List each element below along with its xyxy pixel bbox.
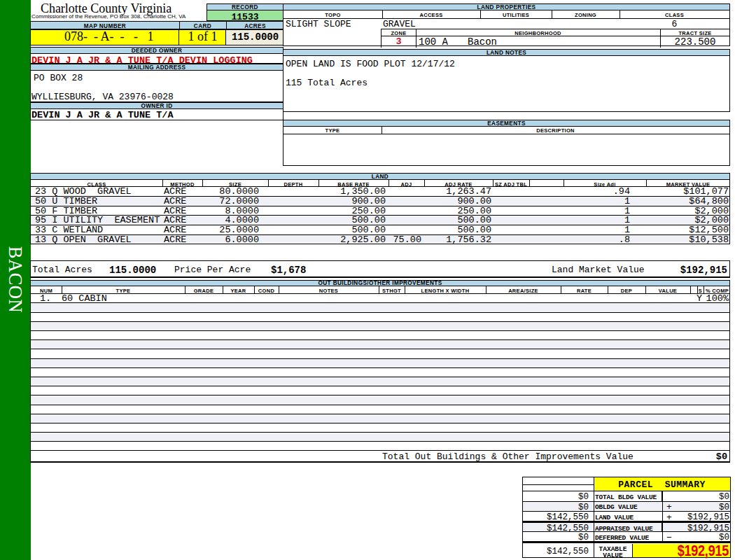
column-divider: [424, 180, 425, 186]
ps-label: DEFERRED VALUE: [595, 534, 649, 542]
out-building-empty-row: [31, 414, 729, 424]
column-divider: [202, 180, 203, 186]
mailing-address-line1: PO BOX 28: [34, 73, 83, 83]
row-divider: [523, 484, 594, 485]
card-label: CARD: [179, 23, 226, 29]
column-divider: [162, 180, 163, 186]
zone-label: ZONE: [382, 30, 416, 36]
land-method: ACRE: [164, 235, 186, 244]
column-divider: [178, 30, 179, 45]
ob-pct-comp: 100%: [704, 294, 729, 303]
out-building-empty-row: [31, 424, 729, 433]
total-acres-label: Total Acres: [32, 265, 92, 275]
column-divider: [594, 477, 594, 557]
ps-label: OBLDG VALUE: [595, 503, 638, 511]
land-row: 13 Q OPEN GRAVEL ACRE 6.0000 2,925.00 75…: [31, 235, 729, 243]
ps-taxable-value-cell: $192,915: [632, 544, 730, 558]
land-row: 23 Q WOOD GRAVEL ACRE 80.0000 1,350.00 1…: [31, 187, 729, 197]
land-size-adj: 1: [564, 206, 630, 216]
land-adj: 75.00: [388, 235, 421, 244]
land-class: 50 U TIMBER: [35, 197, 97, 206]
column-divider: [529, 180, 530, 186]
land-market-value: $192,915: [647, 265, 727, 276]
land-market-val: $2,000: [646, 216, 729, 225]
land-size-adj: 1: [564, 225, 630, 234]
out-building-empty-row: [31, 303, 729, 312]
land-size: 6.0000: [202, 235, 259, 244]
land-method: ACRE: [164, 206, 186, 216]
land-method: ACRE: [164, 187, 186, 196]
acres-value-cell: 115.0000: [226, 30, 284, 45]
column-divider: [254, 286, 255, 293]
ps-label: TOTAL BLDG VALUE: [595, 493, 657, 501]
ps-prior: $0: [526, 533, 589, 542]
land-adj-rate: 500.00: [424, 225, 491, 234]
land-row: 95 I UTILITY EASEMENT ACRE 4.0000 500.00…: [31, 216, 729, 225]
land-base-rate: 500.00: [318, 216, 386, 225]
deeded-owner-cell: DEVIN J A JR & A TUNE T/A DEVIN LOGGING: [30, 53, 284, 64]
land-size-adj: .94: [564, 187, 630, 196]
column-divider: [660, 29, 661, 48]
land-size: 72.0000: [202, 197, 259, 206]
neighborhood-name: Bacon: [468, 36, 497, 48]
land-properties-columns: TOPO ACCESS UTILITIES ZONING CLASS: [284, 10, 729, 19]
land-market-val: $12,500: [646, 225, 729, 234]
land-class: 95 I UTILITY EASEMENT: [35, 216, 160, 225]
easements-columns: TYPE DESCRIPTION: [284, 127, 729, 134]
column-divider: [697, 286, 698, 293]
ps-label: LAND VALUE: [595, 514, 634, 522]
land-base-rate: 2,925.00: [318, 235, 386, 244]
topo-label: TOPO: [284, 12, 382, 18]
column-divider: [632, 544, 633, 558]
land-class: 23 Q WOOD GRAVEL: [35, 187, 132, 196]
easement-type-label: TYPE: [284, 127, 382, 134]
land-rows: 23 Q WOOD GRAVEL ACRE 80.0000 1,350.00 1…: [30, 186, 730, 244]
column-divider: [552, 10, 552, 18]
out-buildings-total-value: $0: [647, 451, 727, 462]
owner-id-cell: DEVIN J A JR & A TUNE T/A: [30, 108, 284, 120]
ps-taxable-label2: VALUE: [594, 552, 632, 559]
column-divider: [662, 532, 663, 541]
out-building-empty-row: [31, 359, 729, 368]
map-number-label: MAP NUMBER: [31, 23, 179, 29]
parcel-summary-taxable-row: $142,550 TAXABLE VALUE $192,915: [523, 544, 730, 558]
tract-size-label: TRACT SIZE: [660, 30, 730, 36]
county-subtitle: Commissioner of the Revenue, PO Box 308,…: [31, 13, 186, 20]
ps-prior: $142,550: [526, 547, 589, 556]
land-size-adj: 1: [564, 216, 630, 225]
total-acres-value: 115.0000: [109, 265, 156, 276]
topo-value: SLIGHT SLOPE: [286, 19, 351, 29]
ps-prior: $0: [526, 503, 589, 512]
out-buildings-total-row: Total Out Buildings & Other Improvements…: [30, 450, 730, 463]
column-divider: [388, 180, 389, 186]
column-divider: [564, 180, 564, 186]
land-market-value-label: Land Market Value: [552, 265, 645, 275]
price-per-acre-label: Price Per Acre: [174, 265, 251, 275]
land-market-val: $10,538: [646, 235, 729, 244]
property-record-card: BACON Charlotte County Virginia Commissi…: [0, 0, 735, 560]
column-divider: [179, 22, 180, 29]
out-building-row: 1. 60 CABIN Y 100%: [31, 294, 729, 303]
owner-id-value: DEVIN J A JR & A TUNE T/A: [31, 110, 174, 120]
land-notes-line1: OPEN LAND IS FOOD PLOT 12/17/12: [286, 59, 455, 69]
parcel-summary: PARCEL SUMMARY $0 TOTAL BLDG VALUE $0 $0…: [522, 477, 731, 558]
out-building-empty-row: [31, 331, 729, 340]
ob-type: 60 CABIN: [62, 294, 107, 303]
land-properties-box: TOPO ACCESS UTILITIES ZONING CLASS SLIGH…: [283, 10, 730, 46]
land-notes-box: OPEN LAND IS FOOD PLOT 12/17/12 115 Tota…: [283, 55, 730, 112]
acres-label: ACRES: [226, 23, 284, 29]
land-method: ACRE: [164, 216, 186, 225]
zone-value: 3: [382, 36, 416, 47]
column-divider: [493, 180, 493, 186]
column-divider: [662, 491, 663, 501]
out-building-empty-row: [31, 377, 729, 386]
parcel-summary-row: $142,550 APPRAISED VALUE $192,915: [523, 523, 730, 532]
column-divider: [416, 29, 416, 48]
column-divider: [620, 10, 620, 18]
column-divider: [704, 286, 704, 293]
land-notes-line2: 115 Total Acres: [286, 78, 368, 88]
column-divider: [486, 286, 486, 293]
out-building-empty-row: [31, 322, 729, 331]
sidebar-neighborhood-label: BACON: [7, 234, 24, 326]
out-building-empty-row: [31, 433, 729, 442]
